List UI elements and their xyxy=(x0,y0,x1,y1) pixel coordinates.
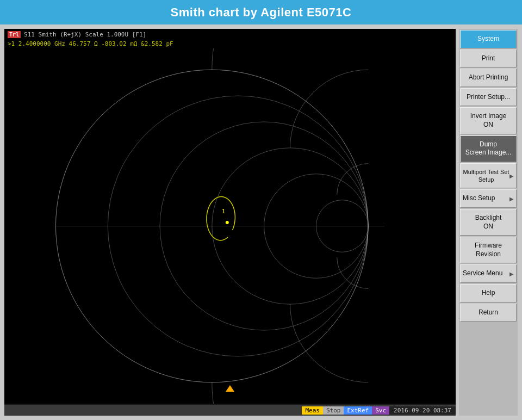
misc-setup-label: Misc Setup xyxy=(463,194,495,203)
chart-header: Trl S11 Smith (R+jX) Scale 1.000U [F1] xyxy=(4,29,456,39)
printer-setup-button[interactable]: Printer Setup... xyxy=(460,88,517,107)
backlight-label: Backlight xyxy=(475,214,502,221)
main-area: Trl S11 Smith (R+jX) Scale 1.000U [F1] >… xyxy=(0,24,522,420)
title-bar: Smith chart by Agilent E5071C xyxy=(0,0,522,24)
invert-image-button[interactable]: Invert Image ON xyxy=(460,107,517,134)
dump-screen-button[interactable]: DumpScreen Image... xyxy=(460,135,517,162)
page-title: Smith chart by Agilent E5071C xyxy=(171,5,352,20)
return-button[interactable]: Return xyxy=(460,304,517,322)
smith-canvas xyxy=(4,48,456,404)
multiport-arrow: ▶ xyxy=(509,172,514,180)
trace-label: Trl xyxy=(8,31,21,38)
print-button[interactable]: Print xyxy=(460,50,517,68)
dump-screen-label: DumpScreen Image... xyxy=(465,140,512,157)
firmware-label: FirmwareRevision xyxy=(475,242,502,258)
frequency-marker xyxy=(226,385,234,392)
misc-setup-button[interactable]: Misc Setup ▶ xyxy=(460,189,517,208)
extref-button[interactable]: ExtRef xyxy=(344,406,372,415)
invert-image-label: Invert Image xyxy=(470,112,507,120)
misc-setup-arrow: ▶ xyxy=(509,195,514,202)
menu-panel: System Print Abort Printing Printer Setu… xyxy=(459,29,518,416)
chart-panel: Trl S11 Smith (R+jX) Scale 1.000U [F1] >… xyxy=(4,29,456,416)
help-button[interactable]: Help xyxy=(460,284,517,302)
multiport-label: Multiport Test Set Setup xyxy=(463,168,509,184)
smith-chart-area xyxy=(4,48,456,404)
trace-info: S11 Smith (R+jX) Scale 1.000U [F1] xyxy=(24,31,146,38)
svc-indicator: Svc xyxy=(372,406,389,415)
backlight-button[interactable]: Backlight ON xyxy=(460,209,517,236)
invert-image-value: ON xyxy=(483,121,493,128)
status-bar: Meas Stop ExtRef Svc 2016-09-20 08:37 xyxy=(4,405,456,416)
backlight-value: ON xyxy=(483,223,493,230)
datetime-display: 2016-09-20 08:37 xyxy=(389,406,456,415)
system-button[interactable]: System xyxy=(460,30,517,48)
service-menu-button[interactable]: Service Menu ▶ xyxy=(460,264,517,283)
firmware-button[interactable]: FirmwareRevision xyxy=(460,237,517,263)
multiport-button[interactable]: Multiport Test Set Setup ▶ xyxy=(460,163,517,189)
service-menu-label: Service Menu xyxy=(463,269,502,278)
service-menu-arrow: ▶ xyxy=(509,270,514,277)
abort-printing-button[interactable]: Abort Printing xyxy=(460,69,517,87)
marker-info: >1 2.4000000 GHz 46.757 Ω -803.02 mΩ &2.… xyxy=(4,39,456,48)
meas-button[interactable]: Meas xyxy=(302,406,323,415)
stop-button[interactable]: Stop xyxy=(323,406,344,415)
